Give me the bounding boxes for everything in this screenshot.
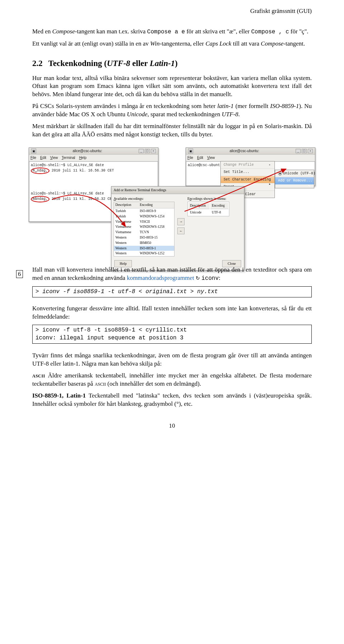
remove-button[interactable]: ← [177, 227, 185, 235]
maximize-button[interactable]: ▢ [302, 149, 307, 153]
terminal-output[interactable]: alice@csc-ubunt Change Profile▸ Set Titl… [186, 161, 315, 186]
menu-item-change-profile[interactable]: Change Profile▸ [221, 161, 274, 169]
command-box-1: > iconv -f iso8859-1 -t utf-8 < original… [32, 286, 312, 298]
text: Ett vanligt val är att (enligt ovan) stä… [32, 40, 150, 47]
text: (mer formellt [234, 103, 270, 109]
text: latin-1 [218, 103, 234, 109]
minimize-button[interactable]: _ [296, 149, 301, 153]
col-description[interactable]: Description [114, 202, 138, 208]
maximize-button[interactable]: ▢ [145, 149, 150, 153]
window-titlebar[interactable]: ▣ alice@csc-ubuntu: _ ▢ × [186, 148, 315, 155]
menu-item-unicode[interactable]: Unicode (UTF-8) [275, 170, 314, 178]
def-iso: ISO-8859-1, Latin-1 Teckentabell med "la… [32, 392, 312, 408]
table-row-selected[interactable]: WesternISO-8859-1 [114, 246, 174, 251]
refresh-icon: ↻ [196, 275, 200, 282]
menu-item-set-encoding[interactable]: Set Character Encoding▸ [221, 176, 274, 184]
window-icon: ▣ [31, 149, 36, 154]
section-number: 2.2 [32, 59, 43, 68]
menu-item-set-title[interactable]: Set Title... [221, 169, 274, 176]
table-row[interactable]: VietnameseVISCII [114, 219, 174, 225]
menubar[interactable]: File Edit View [186, 155, 315, 161]
shown-label: Encodings shown in menu: [187, 196, 229, 201]
running-head: Grafiskt gränssnitt (GUI) [32, 7, 312, 15]
shown-encodings-list[interactable]: DescriptionEncoding UnicodeUTF-8 [187, 202, 229, 216]
col-description[interactable]: Description [188, 203, 210, 209]
menu-help[interactable]: Help [79, 156, 87, 160]
table-row[interactable]: WesternIBM850 [114, 240, 174, 246]
menu-file[interactable]: File [187, 156, 193, 160]
radio-icon [278, 171, 282, 175]
window-titlebar[interactable]: ▣ alice@csc-ubuntu: _ ▢ × [29, 148, 158, 155]
table-row[interactable]: VietnameseWINDOWS-1258 [114, 224, 174, 230]
text: -tangent. [283, 40, 305, 47]
text: På CSCs Solaris-system användes i många … [32, 103, 218, 109]
table-row[interactable]: TurkishWINDOWS-1254 [114, 214, 174, 219]
terminal-window-right: ▣ alice@csc-ubuntu: _ ▢ × File Edit View… [186, 147, 315, 186]
menu-view[interactable]: View [50, 156, 58, 160]
section-para-3: Mest märkbart är skillnaden ifall du har… [32, 122, 312, 139]
menubar[interactable]: File Edit View Terminal Help [29, 155, 158, 161]
text: Unicode [127, 111, 148, 118]
minimize-button[interactable]: _ [139, 149, 144, 153]
menu-edit[interactable]: Edit [197, 156, 203, 160]
table-row[interactable]: WesternWINDOWS-1252 [114, 251, 174, 256]
code: Compose , c [251, 29, 289, 35]
code: Compose a e [147, 29, 185, 35]
encodings-dialog: Add or Remove Terminal Encodings Availab… [111, 186, 244, 271]
text: till att vara [231, 40, 261, 47]
text: ) [175, 59, 178, 68]
intro-para-2: Ett vanligt val är att (enligt ovan) stä… [32, 40, 312, 48]
window-title: alice@csc-ubuntu: [36, 149, 139, 154]
menu-terminal[interactable]: Terminal [62, 156, 75, 160]
link-kommandoradsprogrammet[interactable]: kommandoradsprogrammet [127, 274, 194, 281]
text: Compose [52, 28, 75, 35]
text: Med en [32, 28, 52, 35]
table-row[interactable]: TurkishISO-8859-9 [114, 208, 174, 213]
terminal-line: 2010 juli 11 kl. 16.56.32 CET [49, 197, 114, 201]
text: Compose [261, 40, 283, 47]
menu-edit[interactable]: Edit [40, 156, 46, 160]
dialog-title[interactable]: Add or Remove Terminal Encodings [111, 187, 244, 194]
text: -tangenterna, eller [160, 40, 206, 47]
section-para-2: På CSCs Solaris-system användes i många … [32, 102, 312, 119]
menu-file[interactable]: File [30, 156, 36, 160]
col-encoding[interactable]: Encoding [210, 203, 228, 209]
text: Teckenkodning ( [48, 59, 107, 68]
terminal-line: alice@s-shell:~$ LC_ALL=sv_SE date [31, 163, 156, 168]
section-heading: 2.2Teckenkodning (UTF-8 eller Latin-1) [32, 58, 312, 69]
text: Caps Lock [205, 40, 231, 47]
intro-para-1: Med en Compose-tangent kan man t.ex. skr… [32, 28, 312, 36]
page-number: 10 [32, 422, 312, 430]
text: Win [150, 40, 159, 47]
text: : [219, 274, 220, 281]
term: ISO-8859-1, Latin-1 [32, 392, 86, 399]
text: eller [130, 59, 150, 68]
text: (och innehåller det som en delmängd). [106, 380, 201, 387]
text: ISO-8859-1 [270, 103, 299, 109]
text: ascii [95, 380, 106, 387]
col-encoding[interactable]: Encoding [138, 202, 174, 208]
def-ascii: ascii Äldre amerikansk teckentabell, inn… [32, 372, 312, 388]
code: iconv [201, 275, 219, 282]
encoding-submenu[interactable]: Unicode (UTF-8) Add or Remove... ↖ [275, 170, 314, 189]
text: för "ç". [289, 28, 309, 35]
text: -tangent kan man t.ex. skriva [75, 28, 147, 35]
table-row[interactable]: WesternISO-8859-15 [114, 235, 174, 240]
table-row[interactable]: VietnameseTCVN [114, 230, 174, 235]
text: . [238, 111, 240, 118]
close-button[interactable]: × [308, 149, 313, 153]
available-label: Available encodings: [114, 196, 175, 201]
figure: ▣ alice@csc-ubuntu: _ ▢ × File Edit View… [32, 147, 312, 255]
add-button[interactable]: → [177, 218, 185, 225]
available-encodings-list[interactable]: DescriptionEncoding TurkishISO-8859-9 Tu… [114, 202, 175, 257]
section-para-1: Hur man kodar text, alltså vilka binära … [32, 74, 312, 99]
close-button[interactable]: × [151, 149, 156, 153]
text: , sparat med teckenkodningen [148, 111, 222, 118]
menu-item-add-remove[interactable]: Add or Remove... ↖ [275, 177, 314, 184]
table-row[interactable]: UnicodeUTF-8 [188, 210, 228, 215]
definition-list: ascii Äldre amerikansk teckentabell, inn… [32, 372, 312, 408]
conv-para-2: Konvertering fungerar dessvärre inte all… [32, 305, 312, 321]
highlighted-text: måndag, [31, 196, 49, 202]
menu-view[interactable]: View [207, 156, 215, 160]
text: UTF-8 [222, 111, 238, 118]
